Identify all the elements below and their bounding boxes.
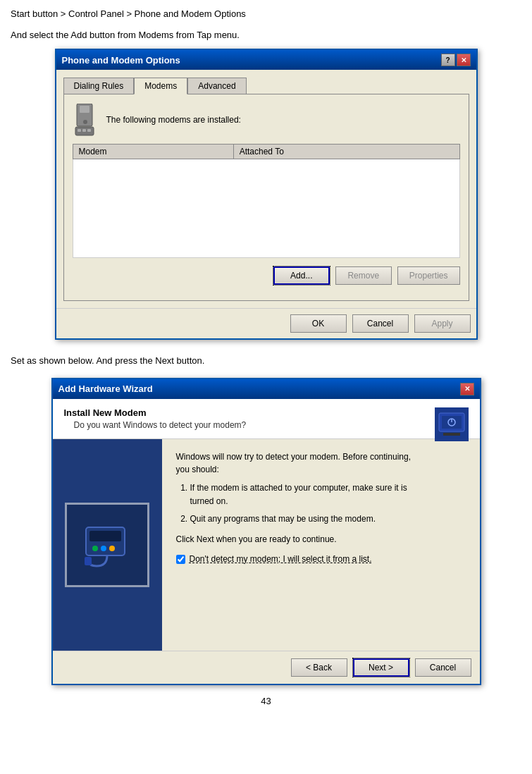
- cancel-button[interactable]: Cancel: [352, 314, 409, 333]
- svg-rect-10: [443, 433, 460, 436]
- wizard-modem-illustration: [65, 503, 149, 587]
- svg-rect-15: [89, 531, 121, 541]
- tabs-row: Dialing Rules Modems Advanced: [63, 77, 469, 94]
- svg-point-17: [101, 546, 106, 551]
- svg-rect-4: [78, 129, 81, 132]
- tab-modems-content: The following modems are installed: Mode…: [63, 94, 469, 301]
- next-button[interactable]: Next >: [353, 658, 409, 677]
- add-hardware-wizard: Add Hardware Wizard ✕ Install New Modem …: [51, 378, 481, 685]
- instruction-line1: Start button > Control Panel > Phone and…: [11, 7, 521, 21]
- svg-rect-5: [82, 129, 86, 132]
- wizard-section-subtitle: Do you want Windows to detect your modem…: [74, 420, 469, 430]
- back-button[interactable]: < Back: [291, 658, 347, 677]
- wizard-footer: < Back Next > Cancel: [53, 651, 480, 684]
- modem-device-icon: [74, 104, 97, 136]
- wizard-right-panel: Windows will now try to detect your mode…: [162, 439, 435, 651]
- table-empty-cell: [73, 159, 459, 258]
- svg-rect-19: [85, 557, 92, 565]
- tab-advanced[interactable]: Advanced: [187, 78, 246, 94]
- dialog1-titlebar: Phone and Modem Options ? ✕: [56, 50, 476, 70]
- svg-point-18: [109, 546, 115, 551]
- page-number: 43: [11, 696, 521, 706]
- wizard-body: Windows will now try to detect your mode…: [53, 439, 435, 651]
- wizard-left-panel: [53, 439, 162, 651]
- ok-button[interactable]: OK: [290, 314, 347, 333]
- svg-point-2: [83, 120, 87, 124]
- dialog1-footer: OK Cancel Apply: [56, 308, 476, 338]
- wizard-step-2: Quit any programs that may be using the …: [190, 512, 421, 526]
- wizard-title: Add Hardware Wizard: [58, 383, 153, 394]
- properties-button[interactable]: Properties: [397, 266, 460, 285]
- table-header-modem: Modem: [73, 145, 233, 159]
- detect-checkbox-label[interactable]: Don't detect my modem; I will select it …: [190, 554, 372, 564]
- wizard-section-title: Install New Modem: [64, 407, 469, 418]
- modem-header: The following modems are installed:: [73, 103, 460, 137]
- svg-point-16: [92, 546, 98, 551]
- phone-modem-dialog: Phone and Modem Options ? ✕ Dialing Rule…: [55, 49, 478, 340]
- apply-button[interactable]: Apply: [414, 314, 471, 333]
- wizard-body-text: Windows will now try to detect your mode…: [176, 450, 421, 476]
- between-text: Set as shown below. And press the Next b…: [11, 354, 521, 368]
- titlebar-buttons: ? ✕: [441, 54, 471, 66]
- close-button[interactable]: ✕: [457, 54, 471, 66]
- wizard-steps-list: If the modem is attached to your compute…: [190, 481, 421, 527]
- wizard-step-1: If the modem is attached to your compute…: [190, 481, 421, 508]
- modem-table: Modem Attached To: [73, 144, 460, 258]
- tab-modems[interactable]: Modems: [134, 78, 187, 94]
- wizard-header-area: Install New Modem Do you want Windows to…: [53, 399, 480, 439]
- action-buttons: Add... Remove Properties: [73, 266, 460, 285]
- hardware-icon: [435, 407, 469, 441]
- svg-rect-1: [80, 106, 89, 113]
- dialog1-title: Phone and Modem Options: [62, 55, 180, 66]
- svg-rect-6: [87, 129, 91, 132]
- wizard-close-button[interactable]: ✕: [460, 383, 474, 395]
- help-button[interactable]: ?: [441, 54, 455, 66]
- dialog1-content: Dialing Rules Modems Advanced: [56, 70, 476, 308]
- instruction-line2: And select the Add button from Modems fr…: [11, 28, 521, 42]
- remove-button[interactable]: Remove: [335, 266, 392, 285]
- modem-icon: [73, 103, 98, 137]
- wizard-titlebar: Add Hardware Wizard ✕: [53, 379, 480, 399]
- wizard-checkbox-row: Don't detect my modem; I will select it …: [176, 554, 421, 564]
- modem-description: The following modems are installed:: [106, 115, 241, 125]
- wizard-titlebar-buttons: ✕: [460, 383, 474, 395]
- wizard-content: Install New Modem Do you want Windows to…: [53, 399, 480, 684]
- table-header-attached: Attached To: [233, 145, 459, 159]
- detect-checkbox[interactable]: [176, 555, 185, 564]
- wizard-cancel-button[interactable]: Cancel: [415, 658, 471, 677]
- add-button[interactable]: Add...: [273, 266, 330, 285]
- modem-illustration-icon: [75, 513, 139, 577]
- tab-dialing-rules[interactable]: Dialing Rules: [63, 78, 135, 94]
- wizard-click-text: Click Next when you are ready to continu…: [176, 533, 421, 546]
